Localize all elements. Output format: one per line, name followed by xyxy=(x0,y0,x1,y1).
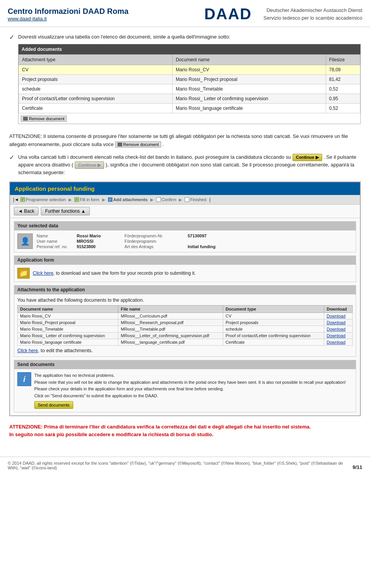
table-row: CertificateMario Rossi_language certific… xyxy=(19,103,360,113)
att-doc: Mario Rossi_language certificate xyxy=(18,339,118,346)
forderprogramm-nr-label: Förderprogramm-Nr. xyxy=(124,234,186,238)
col-document-name: Document name xyxy=(172,54,326,65)
download-link[interactable]: Download xyxy=(326,327,345,331)
section1-text: Dovresti visualizzare una tabella con l'… xyxy=(18,33,361,127)
warning-text: ATTENZIONE: Prima di terminare l'iter di… xyxy=(9,423,361,439)
section2-text: Una volta caricati tutti i documenti ele… xyxy=(18,153,361,176)
org-title: Centro Informazioni DAAD Roma xyxy=(8,7,193,16)
attachments-section: Attachments to the application You have … xyxy=(14,285,356,357)
added-documents-box: Added documents Attachment type Document… xyxy=(18,44,361,124)
table-row: Project proposalsMario Rossi_ Project pr… xyxy=(19,74,360,84)
cell-size: 81,42 xyxy=(326,74,360,84)
prog-arrow-start: |◄ xyxy=(13,197,19,202)
prog-label-5: Finished xyxy=(190,197,206,202)
att-table-row: Mario Rossi_ Letter of confirming superv… xyxy=(18,333,353,339)
remove-document-button[interactable]: Remove document xyxy=(21,116,67,122)
added-documents-table: Attachment type Document name Filesize C… xyxy=(18,54,360,113)
username-label: User name xyxy=(37,239,75,244)
app-form-header: Application form xyxy=(14,256,356,265)
further-functions-button[interactable]: Further functions ▲ xyxy=(41,207,90,215)
send-text: The application has no technical problem… xyxy=(34,372,346,408)
continue-button-2[interactable]: Continue ▶ xyxy=(75,161,104,169)
cell-type: Project proposals xyxy=(19,74,173,84)
prog-check-2: ✓ xyxy=(74,197,79,202)
org-link[interactable]: www.daad-italia.it xyxy=(8,16,47,22)
att-download[interactable]: Download xyxy=(324,326,353,333)
remove-inline-icon xyxy=(118,143,122,146)
send-header: Send documents xyxy=(14,360,356,369)
download-link[interactable]: Download xyxy=(326,314,345,318)
send-line: The application has no technical problem… xyxy=(34,372,346,379)
cell-type: Proof of contact/Letter confirming super… xyxy=(19,94,173,103)
selected-data-section: Your selected data 👤 Name Rossi Mario Fö… xyxy=(14,221,356,252)
att-download[interactable]: Download xyxy=(324,313,353,319)
prog-label-2: Fill in form xyxy=(80,197,99,202)
username-value: MROSSI xyxy=(77,239,123,244)
checkmark2-icon: ✓ xyxy=(9,154,14,161)
att-type: schedule xyxy=(223,326,324,333)
prog-check-5 xyxy=(185,197,189,202)
main-content: ✓ Dovresti visualizzare una tabella con … xyxy=(0,27,370,449)
cell-name: Mario Rossi_Timetable xyxy=(172,84,326,94)
att-file: MRossi__Timetable.pdf xyxy=(118,326,223,333)
edit-attachments-link[interactable]: Click here xyxy=(17,348,38,353)
name-value: Rossi Mario xyxy=(77,234,123,238)
remove-document-inline-button[interactable]: Remove document xyxy=(115,141,161,148)
refno-value: 91523800 xyxy=(77,244,123,249)
download-link[interactable]: Download xyxy=(326,320,345,325)
table-row: Proof of contact/Letter confirming super… xyxy=(19,94,360,103)
page-number: 9/11 xyxy=(353,464,362,470)
application-box: Application personal funding |◄ ✓ Progra… xyxy=(9,181,361,416)
prog-arrow-1: ▶ xyxy=(69,197,72,202)
cell-name: Mario Rossi_ Project proposal xyxy=(172,74,326,84)
cell-size: 0,95 xyxy=(326,94,360,103)
att-col-docname: Document name xyxy=(18,306,118,313)
att-download[interactable]: Download xyxy=(324,319,353,326)
nav-buttons: ◄ Back Further functions ▲ xyxy=(10,205,360,218)
user-data-grid: Name Rossi Mario Förderprogramm-Nr. 5713… xyxy=(37,234,234,249)
cell-size: 0,52 xyxy=(326,84,360,94)
attention-text-1b: . xyxy=(163,141,164,147)
prog-label-3: Add attachments xyxy=(113,197,148,202)
selected-data-content: 👤 Name Rossi Mario Förderprogramm-Nr. 57… xyxy=(14,230,356,252)
info-icon: i xyxy=(17,372,31,386)
app-form-download-link[interactable]: Click here xyxy=(33,270,53,276)
att-doc: Mario Rossi_Project proposal xyxy=(18,319,118,326)
refno-label: Personal ref. no. xyxy=(37,244,75,249)
download-link[interactable]: Download xyxy=(326,333,345,338)
section1-check: ✓ Dovresti visualizzare una tabella con … xyxy=(9,33,361,127)
back-button[interactable]: ◄ Back xyxy=(14,207,39,215)
send-content: i The application has no technical probl… xyxy=(14,369,356,412)
remove-btn-label: Remove document xyxy=(29,116,64,121)
app-box-title: Application personal funding xyxy=(10,182,360,195)
att-table-row: Mario Rossi_language certificateMRossi__… xyxy=(18,339,353,346)
att-download[interactable]: Download xyxy=(324,339,353,346)
send-documents-button[interactable]: Send documents xyxy=(34,401,73,409)
folder-icon: 📁 xyxy=(17,268,30,279)
user-avatar: 👤 xyxy=(17,234,33,249)
prog-label-4: Confirm xyxy=(161,197,177,202)
tagline-de: Deutscher Akademischer Austausch Dienst xyxy=(263,7,362,14)
app-form-content: 📁 Click here, to download and save the f… xyxy=(14,265,356,282)
att-table-row: Mario Rossi_CVMRossi__Curriculum.pdfCVDo… xyxy=(18,313,353,319)
page-footer: © 2014 DAAD, all rights reserved except … xyxy=(0,457,370,474)
att-download[interactable]: Download xyxy=(324,333,353,339)
cell-name: Mario Rossi_ Letter of confirming superv… xyxy=(172,94,326,103)
attention-text-1: ATTENZIONE: Il sistema consente di prose… xyxy=(9,133,348,147)
daad-logo: DAAD xyxy=(204,5,252,23)
section2-text-part1: Una volta caricati tutti i documenti ele… xyxy=(18,154,293,160)
cell-type: CV xyxy=(19,65,173,74)
att-doc: Mario Rossi_ Letter of confirming superv… xyxy=(18,333,118,339)
att-type: Project proposals xyxy=(223,319,324,326)
cell-size: 78,09 xyxy=(326,65,360,74)
remove-inline-label: Remove document xyxy=(123,142,159,147)
prog-arrow-4: ▶ xyxy=(179,197,182,202)
table-row: CVMario Rossi_CV78,09 xyxy=(19,65,360,74)
col-filesize: Filesize xyxy=(326,54,360,65)
forderprogramm-label: Förderprogramm xyxy=(124,239,186,244)
warning-line2: In seguito non sarà più possibile accede… xyxy=(9,431,361,439)
continue-button-1[interactable]: Continue ▶ xyxy=(293,154,322,161)
intro-text: Dovresti visualizzare una tabella con l'… xyxy=(18,34,230,40)
att-doc: Mario Rossi_Timetable xyxy=(18,326,118,333)
download-link[interactable]: Download xyxy=(326,340,345,344)
